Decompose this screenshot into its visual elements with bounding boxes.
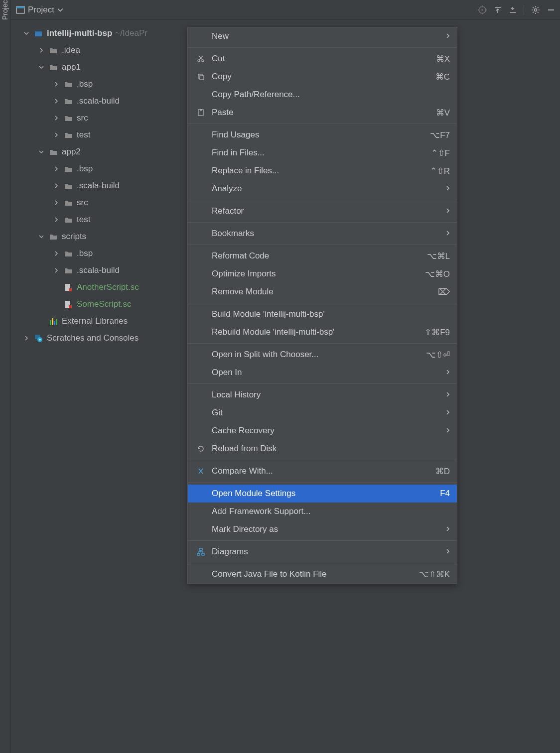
- menu-shortcut: F4: [440, 489, 450, 499]
- project-toolbar: Project: [11, 0, 560, 20]
- menu-reformat[interactable]: Reformat Code ⌥⌘L: [188, 247, 457, 265]
- hide-icon[interactable]: [547, 6, 555, 14]
- menu-analyze[interactable]: Analyze: [188, 180, 457, 198]
- menu-reload[interactable]: Reload from Disk: [188, 440, 457, 458]
- menu-shortcut: ⌘D: [435, 466, 450, 477]
- tree-root-label: intellij-multi-bsp: [47, 28, 112, 38]
- folder-icon: [64, 198, 73, 207]
- menu-new[interactable]: New: [188, 27, 457, 45]
- menu-separator: [188, 124, 457, 124]
- menu-bookmarks[interactable]: Bookmarks: [188, 225, 457, 243]
- chevron-right-icon[interactable]: [53, 200, 60, 205]
- menu-shortcut: ⌘V: [436, 108, 450, 118]
- menu-shortcut: ⌥F7: [430, 130, 450, 140]
- chevron-down-icon[interactable]: [38, 149, 45, 154]
- chevron-right-icon: [446, 547, 450, 556]
- chevron-right-icon[interactable]: [53, 82, 60, 87]
- menu-mark-directory[interactable]: Mark Directory as: [188, 520, 457, 538]
- settings-icon[interactable]: [531, 5, 540, 14]
- chevron-right-icon[interactable]: [53, 99, 60, 104]
- menu-separator: [188, 343, 457, 344]
- svg-rect-29: [200, 109, 202, 111]
- tree-node-label: app1: [62, 62, 81, 72]
- collapse-all-icon[interactable]: [509, 6, 517, 14]
- copy-icon: [195, 73, 207, 81]
- svg-point-3: [481, 9, 483, 10]
- folder-icon: [49, 46, 58, 55]
- menu-cut[interactable]: Cut ⌘X: [188, 50, 457, 68]
- menu-separator: [188, 563, 457, 563]
- context-menu: New Cut ⌘X Copy ⌘C Copy Path/Reference..…: [187, 27, 457, 584]
- svg-rect-31: [197, 553, 200, 555]
- menu-cache-recovery[interactable]: Cache Recovery: [188, 422, 457, 440]
- tree-node-label: Scratches and Consoles: [47, 333, 139, 343]
- sidebar-tab-label: Project: [1, 0, 9, 20]
- svg-line-25: [199, 56, 202, 60]
- locate-icon[interactable]: [478, 5, 487, 14]
- menu-diagrams[interactable]: Diagrams: [188, 543, 457, 561]
- reload-icon: [195, 445, 207, 453]
- folder-icon: [49, 232, 58, 241]
- menu-shortcut: ⌦: [438, 287, 450, 297]
- chevron-down-icon[interactable]: [38, 234, 45, 239]
- chevron-right-icon: [446, 32, 450, 41]
- tree-node-label: .scala-build: [77, 181, 120, 191]
- menu-paste[interactable]: Paste ⌘V: [188, 104, 457, 122]
- menu-separator: [188, 460, 457, 460]
- menu-copy-path[interactable]: Copy Path/Reference...: [188, 86, 457, 104]
- diagram-icon: [195, 548, 207, 556]
- chevron-right-icon[interactable]: [53, 183, 60, 188]
- chevron-right-icon[interactable]: [38, 48, 45, 53]
- expand-all-icon[interactable]: [494, 6, 502, 14]
- menu-open-split[interactable]: Open in Split with Chooser... ⌥⇧⏎: [188, 346, 457, 364]
- folder-icon: [64, 266, 73, 275]
- menu-add-framework[interactable]: Add Framework Support...: [188, 502, 457, 520]
- tree-node-label: .idea: [62, 45, 80, 55]
- menu-open-module-settings[interactable]: Open Module Settings F4: [188, 485, 457, 502]
- sidebar-tab[interactable]: Project: [0, 0, 11, 753]
- menu-open-in[interactable]: Open In: [188, 364, 457, 381]
- tree-node-label: AnotherScript.sc: [77, 282, 139, 292]
- tree-node-label: src: [77, 113, 88, 123]
- module-icon: [34, 29, 43, 38]
- menu-build-module[interactable]: Build Module 'intellij-multi-bsp': [188, 305, 457, 323]
- chevron-right-icon[interactable]: [23, 336, 30, 341]
- menu-refactor[interactable]: Refactor: [188, 202, 457, 220]
- chevron-right-icon[interactable]: [53, 268, 60, 273]
- menu-rebuild-module[interactable]: Rebuild Module 'intellij-multi-bsp' ⇧⌘F9: [188, 323, 457, 341]
- menu-remove-module[interactable]: Remove Module ⌦: [188, 283, 457, 301]
- menu-shortcut: ⇧⌘F9: [424, 327, 450, 338]
- scissors-icon: [195, 55, 207, 63]
- folder-icon: [49, 63, 58, 72]
- chevron-right-icon[interactable]: [53, 217, 60, 222]
- svg-rect-15: [35, 31, 42, 32]
- menu-copy[interactable]: Copy ⌘C: [188, 68, 457, 86]
- menu-separator: [188, 47, 457, 48]
- chevron-right-icon[interactable]: [53, 116, 60, 121]
- chevron-right-icon[interactable]: [53, 132, 60, 137]
- chevron-right-icon: [446, 184, 450, 193]
- menu-find-in-files[interactable]: Find in Files... ⌃⇧F: [188, 144, 457, 162]
- chevron-right-icon[interactable]: [53, 166, 60, 171]
- menu-convert-kotlin[interactable]: Convert Java File to Kotlin File ⌥⇧⌘K: [188, 565, 457, 583]
- chevron-down-icon[interactable]: [23, 31, 30, 36]
- menu-replace-in-files[interactable]: Replace in Files... ⌃⇧R: [188, 162, 457, 180]
- menu-separator: [188, 222, 457, 223]
- menu-optimize-imports[interactable]: Optimize Imports ⌥⌘O: [188, 265, 457, 283]
- menu-shortcut: ⌃⇧R: [430, 166, 450, 176]
- menu-shortcut: ⌘C: [435, 72, 450, 82]
- menu-git[interactable]: Git: [188, 404, 457, 422]
- project-view-icon: [16, 5, 25, 14]
- chevron-down-icon[interactable]: [38, 65, 45, 70]
- menu-local-history[interactable]: Local History: [188, 386, 457, 404]
- tree-node-label: SomeScript.sc: [77, 299, 132, 309]
- scala-file-icon: [64, 300, 73, 309]
- tree-node-label: .bsp: [77, 79, 93, 89]
- menu-find-usages[interactable]: Find Usages ⌥F7: [188, 126, 457, 144]
- menu-shortcut: ⌥⇧⌘K: [419, 569, 450, 580]
- menu-separator: [188, 383, 457, 384]
- menu-compare[interactable]: Compare With... ⌘D: [188, 462, 457, 480]
- view-dropdown-icon[interactable]: [57, 7, 63, 13]
- chevron-right-icon: [446, 525, 450, 534]
- chevron-right-icon[interactable]: [53, 251, 60, 256]
